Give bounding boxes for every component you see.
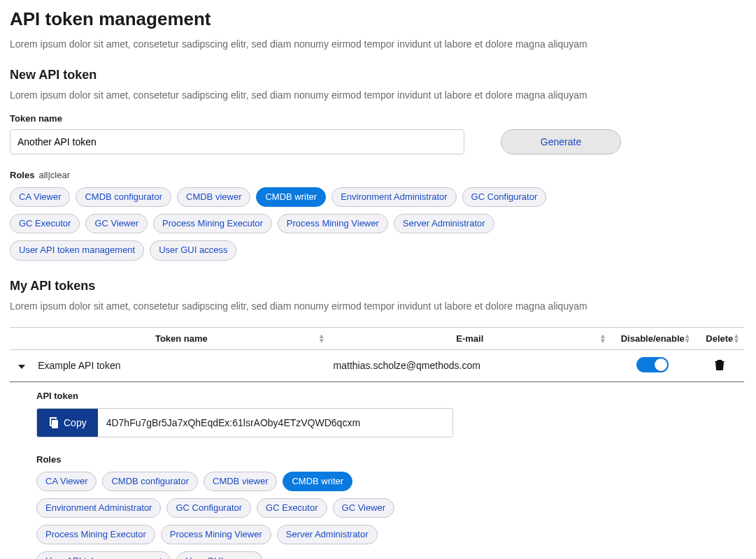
role-pill[interactable]: CMDB configurator bbox=[76, 187, 171, 207]
delete-button[interactable] bbox=[715, 359, 725, 370]
detail-roles-label: Roles bbox=[36, 454, 746, 465]
role-pill[interactable]: CA Viewer bbox=[36, 472, 97, 491]
role-pill[interactable]: CMDB viewer bbox=[177, 187, 250, 207]
roles-label: Roles bbox=[10, 170, 34, 180]
page-title: API token management bbox=[10, 8, 746, 30]
role-pill[interactable]: Server Administrator bbox=[394, 214, 494, 233]
detail-roles: CA ViewerCMDB configuratorCMDB viewerCMD… bbox=[36, 472, 428, 559]
role-pill[interactable]: User GUI access bbox=[150, 240, 236, 260]
role-pill[interactable]: User API token management bbox=[36, 551, 171, 559]
cell-token-name: Example API token bbox=[34, 349, 329, 382]
role-pill[interactable]: GC Viewer bbox=[333, 498, 395, 518]
token-name-input[interactable] bbox=[10, 129, 464, 154]
role-pill[interactable]: GC Configurator bbox=[462, 187, 547, 207]
new-token-roles: CA ViewerCMDB configuratorCMDB viewerCMD… bbox=[10, 187, 569, 261]
col-delete[interactable]: Delete▲▼ bbox=[695, 327, 744, 349]
copy-label: Copy bbox=[64, 417, 87, 428]
role-pill[interactable]: Environment Administrator bbox=[36, 498, 161, 518]
token-name-label: Token name bbox=[10, 113, 746, 124]
role-pill[interactable]: CMDB configurator bbox=[102, 472, 198, 491]
role-pill[interactable]: Environment Administrator bbox=[331, 187, 456, 207]
token-value[interactable]: 4D7hFu7gBr5Ja7xQhEqdEx:61lsrAOby4ETzVQWD… bbox=[98, 409, 452, 437]
expand-caret-icon[interactable] bbox=[18, 365, 25, 369]
copy-icon bbox=[48, 417, 58, 428]
trash-icon bbox=[715, 359, 725, 370]
table-row: Example API token matthias.scholze@qmeth… bbox=[10, 349, 744, 382]
enable-toggle[interactable] bbox=[636, 357, 669, 372]
role-pill[interactable]: Process Mining Executor bbox=[153, 214, 272, 233]
generate-button[interactable]: Generate bbox=[501, 129, 621, 154]
role-pill[interactable]: CMDB writer bbox=[283, 472, 352, 491]
page-subtitle: Lorem ipsum dolor sit amet, consetetur s… bbox=[10, 38, 746, 50]
col-email[interactable]: E-mail▲▼ bbox=[329, 327, 611, 349]
role-pill[interactable]: GC Executor bbox=[10, 214, 80, 233]
role-pill[interactable]: User GUI access bbox=[176, 551, 263, 559]
new-token-heading: New API token bbox=[10, 68, 746, 82]
cell-email: matthias.scholze@qmethods.com bbox=[329, 349, 611, 382]
role-pill[interactable]: Process Mining Executor bbox=[36, 525, 155, 544]
col-expand bbox=[10, 327, 34, 349]
role-pill[interactable]: Process Mining Viewer bbox=[278, 214, 388, 233]
new-token-subtitle: Lorem ipsum dolor sit amet, consetetur s… bbox=[10, 89, 746, 101]
role-pill[interactable]: Process Mining Viewer bbox=[161, 525, 271, 544]
my-tokens-subtitle: Lorem ipsum dolor sit amet, consetetur s… bbox=[10, 300, 746, 312]
role-pill[interactable]: CMDB viewer bbox=[204, 472, 277, 491]
role-pill[interactable]: Server Administrator bbox=[277, 525, 378, 544]
my-tokens-heading: My API tokens bbox=[10, 279, 746, 293]
col-toggle[interactable]: Disable/enable▲▼ bbox=[611, 327, 695, 349]
token-detail: API token Copy 4D7hFu7gBr5Ja7xQhEqdEx:61… bbox=[10, 382, 746, 559]
copy-button[interactable]: Copy bbox=[37, 409, 98, 437]
roles-all-clear-links[interactable]: all|clear bbox=[38, 170, 70, 180]
role-pill[interactable]: GC Viewer bbox=[85, 214, 148, 233]
role-pill[interactable]: User API token management bbox=[10, 240, 144, 260]
role-pill[interactable]: CA Viewer bbox=[10, 187, 70, 207]
role-pill[interactable]: CMDB writer bbox=[256, 187, 326, 207]
role-pill[interactable]: GC Executor bbox=[257, 498, 327, 518]
api-token-label: API token bbox=[36, 391, 746, 401]
role-pill[interactable]: GC Configurator bbox=[166, 498, 251, 518]
tokens-table: Token name▲▼ E-mail▲▼ Disable/enable▲▼ D… bbox=[10, 327, 744, 382]
col-token-name[interactable]: Token name▲▼ bbox=[34, 327, 329, 349]
